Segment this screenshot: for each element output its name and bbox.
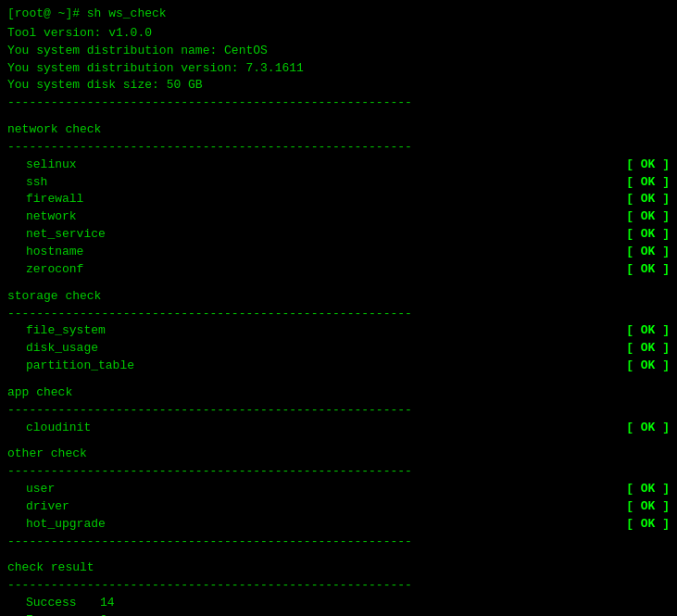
check-status: [ OK ] xyxy=(626,261,670,279)
separator-0: ----------------------------------------… xyxy=(7,94,670,112)
check-status: [ OK ] xyxy=(626,208,670,226)
check-name: zeroconf xyxy=(26,261,83,279)
check-name: net_service xyxy=(26,226,106,244)
check-name: user xyxy=(26,481,55,498)
check-name: hot_upgrade xyxy=(26,516,106,534)
check-name: file_system xyxy=(26,322,106,340)
result-row: Success14 xyxy=(7,595,670,612)
section-title-0: network check xyxy=(7,121,670,139)
check-row: firewall[ OK ] xyxy=(7,191,670,208)
check-status: [ OK ] xyxy=(626,516,670,534)
check-name: driver xyxy=(26,498,69,516)
check-row: hot_upgrade[ OK ] xyxy=(7,516,670,534)
check-status: [ OK ] xyxy=(626,322,670,340)
prompt-line: [root@ ~]# sh ws_check xyxy=(7,6,670,23)
check-row: disk_usage[ OK ] xyxy=(7,340,670,358)
result-label: Success xyxy=(26,595,100,612)
check-row: cloudinit[ OK ] xyxy=(7,420,670,437)
tool-version: Tool version: v1.0.0 xyxy=(7,25,670,43)
result-value: 14 xyxy=(100,595,115,612)
check-row: user[ OK ] xyxy=(7,481,670,498)
dist-version: You system distribution version: 7.3.161… xyxy=(7,60,670,78)
check-name: hostname xyxy=(26,244,83,261)
check-status: [ OK ] xyxy=(626,481,670,498)
section-separator-1: ----------------------------------------… xyxy=(7,306,670,323)
check-status: [ OK ] xyxy=(626,226,670,244)
check-name: ssh xyxy=(26,174,47,192)
terminal-window: [root@ ~]# sh ws_check Tool version: v1.… xyxy=(7,6,670,616)
blank-before-section-2 xyxy=(7,375,670,381)
check-name: cloudinit xyxy=(26,420,91,437)
results-title: check result xyxy=(7,559,670,577)
blank-before-section-3 xyxy=(7,436,670,442)
check-status: [ OK ] xyxy=(626,157,670,174)
check-row: zeroconf[ OK ] xyxy=(7,261,670,279)
check-name: network xyxy=(26,208,77,226)
blank-before-section-1 xyxy=(7,279,670,284)
separator-after-sections: ----------------------------------------… xyxy=(7,534,670,551)
check-row: driver[ OK ] xyxy=(7,498,670,516)
results-container: check result----------------------------… xyxy=(7,550,670,616)
results-separator: ----------------------------------------… xyxy=(7,577,670,595)
check-row: ssh[ OK ] xyxy=(7,174,670,192)
result-row: Error0 xyxy=(7,612,670,616)
section-separator-2: ----------------------------------------… xyxy=(7,402,670,420)
check-status: [ OK ] xyxy=(626,358,670,375)
check-status: [ OK ] xyxy=(626,174,670,192)
check-row: partition_table[ OK ] xyxy=(7,358,670,375)
blank-before-results xyxy=(7,550,670,556)
check-name: disk_usage xyxy=(26,340,98,358)
section-separator-0: ----------------------------------------… xyxy=(7,139,670,157)
section-separator-3: ----------------------------------------… xyxy=(7,463,670,481)
result-label: Error xyxy=(26,612,100,616)
check-status: [ OK ] xyxy=(626,420,670,437)
section-title-2: app check xyxy=(7,384,670,402)
dist-name: You system distribution name: CentOS xyxy=(7,43,670,60)
sections-container: network check---------------------------… xyxy=(7,112,670,550)
result-value: 0 xyxy=(100,612,107,616)
check-status: [ OK ] xyxy=(626,498,670,516)
check-status: [ OK ] xyxy=(626,191,670,208)
check-row: file_system[ OK ] xyxy=(7,322,670,340)
check-row: network[ OK ] xyxy=(7,208,670,226)
section-title-1: storage check xyxy=(7,288,670,306)
check-row: hostname[ OK ] xyxy=(7,244,670,261)
check-row: selinux[ OK ] xyxy=(7,157,670,174)
check-status: [ OK ] xyxy=(626,340,670,358)
disk-size: You system disk size: 50 GB xyxy=(7,77,670,94)
blank-before-section-0 xyxy=(7,112,670,118)
check-name: firewall xyxy=(26,191,83,208)
section-title-3: other check xyxy=(7,446,670,463)
check-status: [ OK ] xyxy=(626,244,670,261)
check-name: selinux xyxy=(26,157,77,174)
check-row: net_service[ OK ] xyxy=(7,226,670,244)
check-name: partition_table xyxy=(26,358,134,375)
